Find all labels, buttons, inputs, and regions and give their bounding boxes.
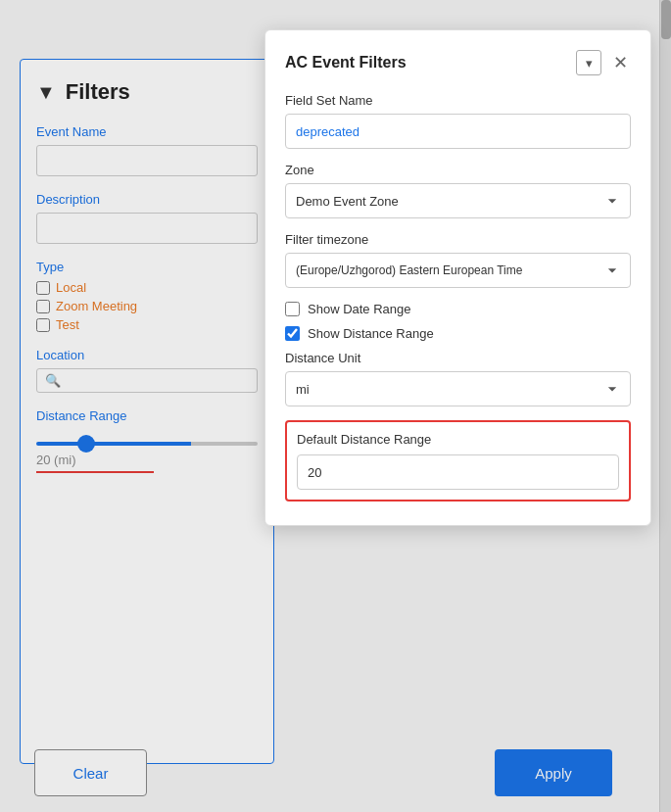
distance-unit-select[interactable]: mi km (285, 371, 631, 406)
filter-timezone-select[interactable]: (Europe/Uzhgorod) Eastern European Time (285, 253, 631, 288)
modal-dropdown-btn[interactable]: ▾ (576, 50, 601, 75)
show-date-range-label[interactable]: Show Date Range (308, 302, 411, 316)
show-date-range-checkbox[interactable] (285, 302, 300, 316)
modal-header: AC Event Filters ▾ ✕ (285, 50, 631, 75)
zone-group: Zone Demo Event Zone (285, 163, 631, 218)
distance-unit-group: Distance Unit mi km (285, 351, 631, 406)
show-distance-range-checkbox[interactable] (285, 326, 300, 341)
field-set-name-group: Field Set Name (285, 93, 631, 149)
default-distance-range-section: Default Distance Range (285, 420, 631, 502)
field-set-name-label: Field Set Name (285, 93, 631, 108)
modal-header-icons: ▾ ✕ (576, 50, 631, 75)
show-distance-range-row: Show Distance Range (285, 326, 631, 341)
modal: AC Event Filters ▾ ✕ Field Set Name Zone… (264, 29, 651, 526)
zone-select[interactable]: Demo Event Zone (285, 183, 631, 218)
filter-timezone-label: Filter timezone (285, 232, 631, 247)
modal-close-button[interactable]: ✕ (609, 52, 631, 73)
distance-unit-label: Distance Unit (285, 351, 631, 365)
zone-label: Zone (285, 163, 631, 177)
modal-title: AC Event Filters (285, 54, 407, 72)
filter-timezone-group: Filter timezone (Europe/Uzhgorod) Easter… (285, 232, 631, 288)
show-distance-range-label[interactable]: Show Distance Range (308, 326, 434, 341)
default-distance-range-input[interactable] (297, 454, 619, 490)
default-distance-range-label: Default Distance Range (297, 432, 619, 447)
field-set-name-input[interactable] (285, 114, 631, 149)
show-date-range-row: Show Date Range (285, 302, 631, 316)
